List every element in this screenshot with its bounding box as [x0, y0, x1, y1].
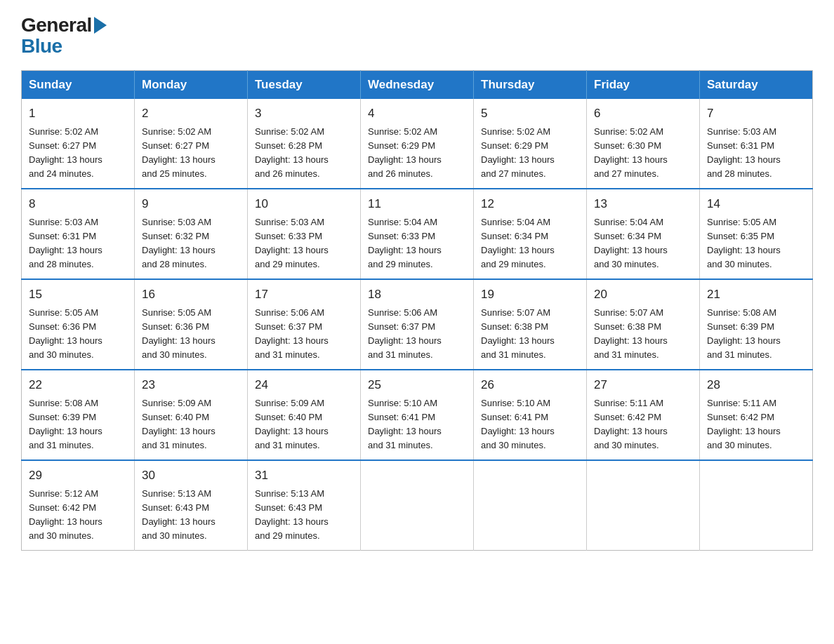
day-info: Sunrise: 5:10 AMSunset: 6:41 PMDaylight:… [368, 396, 466, 453]
day-number: 6 [594, 105, 692, 123]
calendar-day-cell [700, 460, 813, 551]
col-header-monday: Monday [135, 71, 248, 100]
day-number: 21 [707, 286, 805, 304]
day-number: 20 [594, 286, 692, 304]
col-header-sunday: Sunday [22, 71, 135, 100]
calendar-day-cell: 19Sunrise: 5:07 AMSunset: 6:38 PMDayligh… [474, 279, 587, 370]
calendar-day-cell: 14Sunrise: 5:05 AMSunset: 6:35 PMDayligh… [700, 189, 813, 279]
col-header-wednesday: Wednesday [361, 71, 474, 100]
day-info: Sunrise: 5:05 AMSunset: 6:36 PMDaylight:… [29, 306, 127, 363]
calendar-day-cell: 27Sunrise: 5:11 AMSunset: 6:42 PMDayligh… [587, 370, 700, 460]
day-number: 12 [481, 195, 579, 213]
calendar-header-row: SundayMondayTuesdayWednesdayThursdayFrid… [22, 71, 813, 100]
calendar-day-cell: 22Sunrise: 5:08 AMSunset: 6:39 PMDayligh… [22, 370, 135, 460]
calendar-day-cell [361, 460, 474, 551]
calendar-day-cell: 1Sunrise: 5:02 AMSunset: 6:27 PMDaylight… [22, 99, 135, 189]
day-number: 26 [481, 376, 579, 394]
calendar-day-cell: 26Sunrise: 5:10 AMSunset: 6:41 PMDayligh… [474, 370, 587, 460]
day-info: Sunrise: 5:10 AMSunset: 6:41 PMDaylight:… [481, 396, 579, 453]
day-info: Sunrise: 5:05 AMSunset: 6:36 PMDaylight:… [142, 306, 240, 363]
day-number: 24 [255, 376, 353, 394]
calendar-week-row: 8Sunrise: 5:03 AMSunset: 6:31 PMDaylight… [22, 189, 813, 279]
day-number: 14 [707, 195, 805, 213]
calendar-day-cell: 31Sunrise: 5:13 AMSunset: 6:43 PMDayligh… [248, 460, 361, 551]
calendar-day-cell: 29Sunrise: 5:12 AMSunset: 6:42 PMDayligh… [22, 460, 135, 551]
day-info: Sunrise: 5:07 AMSunset: 6:38 PMDaylight:… [594, 306, 692, 363]
calendar-day-cell: 8Sunrise: 5:03 AMSunset: 6:31 PMDaylight… [22, 189, 135, 279]
calendar-day-cell: 9Sunrise: 5:03 AMSunset: 6:32 PMDaylight… [135, 189, 248, 279]
calendar-day-cell: 23Sunrise: 5:09 AMSunset: 6:40 PMDayligh… [135, 370, 248, 460]
day-info: Sunrise: 5:08 AMSunset: 6:39 PMDaylight:… [29, 396, 127, 453]
day-number: 5 [481, 105, 579, 123]
calendar-day-cell: 20Sunrise: 5:07 AMSunset: 6:38 PMDayligh… [587, 279, 700, 370]
day-number: 7 [707, 105, 805, 123]
calendar-week-row: 22Sunrise: 5:08 AMSunset: 6:39 PMDayligh… [22, 370, 813, 460]
day-info: Sunrise: 5:04 AMSunset: 6:34 PMDaylight:… [481, 215, 579, 272]
day-number: 28 [707, 376, 805, 394]
day-info: Sunrise: 5:02 AMSunset: 6:29 PMDaylight:… [368, 125, 466, 182]
calendar-day-cell: 13Sunrise: 5:04 AMSunset: 6:34 PMDayligh… [587, 189, 700, 279]
day-info: Sunrise: 5:11 AMSunset: 6:42 PMDaylight:… [594, 396, 692, 453]
calendar-day-cell: 17Sunrise: 5:06 AMSunset: 6:37 PMDayligh… [248, 279, 361, 370]
calendar-day-cell [474, 460, 587, 551]
calendar-week-row: 15Sunrise: 5:05 AMSunset: 6:36 PMDayligh… [22, 279, 813, 370]
calendar-day-cell: 25Sunrise: 5:10 AMSunset: 6:41 PMDayligh… [361, 370, 474, 460]
day-number: 29 [29, 467, 127, 485]
calendar-day-cell: 10Sunrise: 5:03 AMSunset: 6:33 PMDayligh… [248, 189, 361, 279]
day-number: 3 [255, 105, 353, 123]
col-header-thursday: Thursday [474, 71, 587, 100]
day-info: Sunrise: 5:02 AMSunset: 6:29 PMDaylight:… [481, 125, 579, 182]
day-info: Sunrise: 5:08 AMSunset: 6:39 PMDaylight:… [707, 306, 805, 363]
day-info: Sunrise: 5:04 AMSunset: 6:34 PMDaylight:… [594, 215, 692, 272]
calendar-day-cell: 11Sunrise: 5:04 AMSunset: 6:33 PMDayligh… [361, 189, 474, 279]
day-info: Sunrise: 5:07 AMSunset: 6:38 PMDaylight:… [481, 306, 579, 363]
day-number: 13 [594, 195, 692, 213]
day-number: 4 [368, 105, 466, 123]
day-info: Sunrise: 5:04 AMSunset: 6:33 PMDaylight:… [368, 215, 466, 272]
day-number: 8 [29, 195, 127, 213]
calendar-day-cell: 2Sunrise: 5:02 AMSunset: 6:27 PMDaylight… [135, 99, 248, 189]
day-number: 9 [142, 195, 240, 213]
logo-arrow-icon [94, 17, 107, 34]
day-info: Sunrise: 5:12 AMSunset: 6:42 PMDaylight:… [29, 487, 127, 544]
col-header-tuesday: Tuesday [248, 71, 361, 100]
day-info: Sunrise: 5:06 AMSunset: 6:37 PMDaylight:… [255, 306, 353, 363]
day-number: 1 [29, 105, 127, 123]
day-number: 18 [368, 286, 466, 304]
col-header-friday: Friday [587, 71, 700, 100]
day-info: Sunrise: 5:02 AMSunset: 6:27 PMDaylight:… [142, 125, 240, 182]
logo-blue-text: Blue [21, 35, 62, 58]
day-info: Sunrise: 5:11 AMSunset: 6:42 PMDaylight:… [707, 396, 805, 453]
calendar-week-row: 1Sunrise: 5:02 AMSunset: 6:27 PMDaylight… [22, 99, 813, 189]
day-number: 19 [481, 286, 579, 304]
calendar-day-cell: 3Sunrise: 5:02 AMSunset: 6:28 PMDaylight… [248, 99, 361, 189]
day-info: Sunrise: 5:02 AMSunset: 6:27 PMDaylight:… [29, 125, 127, 182]
day-info: Sunrise: 5:03 AMSunset: 6:33 PMDaylight:… [255, 215, 353, 272]
calendar-day-cell: 24Sunrise: 5:09 AMSunset: 6:40 PMDayligh… [248, 370, 361, 460]
day-number: 11 [368, 195, 466, 213]
calendar-day-cell: 5Sunrise: 5:02 AMSunset: 6:29 PMDaylight… [474, 99, 587, 189]
calendar-day-cell: 16Sunrise: 5:05 AMSunset: 6:36 PMDayligh… [135, 279, 248, 370]
calendar-day-cell: 6Sunrise: 5:02 AMSunset: 6:30 PMDaylight… [587, 99, 700, 189]
calendar-day-cell: 4Sunrise: 5:02 AMSunset: 6:29 PMDaylight… [361, 99, 474, 189]
calendar-day-cell: 21Sunrise: 5:08 AMSunset: 6:39 PMDayligh… [700, 279, 813, 370]
day-number: 31 [255, 467, 353, 485]
day-number: 25 [368, 376, 466, 394]
day-info: Sunrise: 5:02 AMSunset: 6:30 PMDaylight:… [594, 125, 692, 182]
day-number: 23 [142, 376, 240, 394]
day-number: 17 [255, 286, 353, 304]
day-info: Sunrise: 5:09 AMSunset: 6:40 PMDaylight:… [142, 396, 240, 453]
calendar-table: SundayMondayTuesdayWednesdayThursdayFrid… [21, 70, 813, 551]
day-info: Sunrise: 5:03 AMSunset: 6:31 PMDaylight:… [707, 125, 805, 182]
col-header-saturday: Saturday [700, 71, 813, 100]
day-number: 15 [29, 286, 127, 304]
calendar-day-cell: 15Sunrise: 5:05 AMSunset: 6:36 PMDayligh… [22, 279, 135, 370]
calendar-day-cell: 18Sunrise: 5:06 AMSunset: 6:37 PMDayligh… [361, 279, 474, 370]
day-number: 22 [29, 376, 127, 394]
day-info: Sunrise: 5:02 AMSunset: 6:28 PMDaylight:… [255, 125, 353, 182]
day-info: Sunrise: 5:03 AMSunset: 6:32 PMDaylight:… [142, 215, 240, 272]
calendar-day-cell: 12Sunrise: 5:04 AMSunset: 6:34 PMDayligh… [474, 189, 587, 279]
logo: General Blue [21, 14, 107, 58]
calendar-day-cell: 7Sunrise: 5:03 AMSunset: 6:31 PMDaylight… [700, 99, 813, 189]
page-header: General Blue [21, 14, 813, 58]
